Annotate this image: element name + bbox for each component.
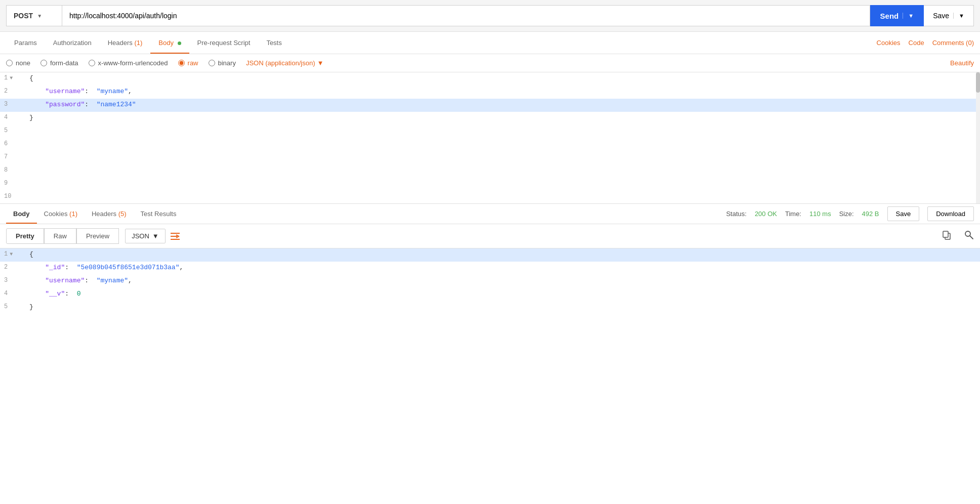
request-line-9: 9 xyxy=(0,178,980,191)
save-response-button[interactable]: Save xyxy=(887,206,920,221)
time-value: 110 ms xyxy=(809,210,831,218)
resp-line-num-2: 2 xyxy=(0,262,25,273)
tab-body[interactable]: Body xyxy=(150,32,189,54)
method-dropdown[interactable]: POST ▼ xyxy=(6,5,62,26)
send-button[interactable]: Send ▼ xyxy=(870,5,924,26)
resp-line-content-1: { xyxy=(25,248,980,260)
tab-headers[interactable]: Headers (1) xyxy=(100,32,151,54)
save-button[interactable]: Save ▼ xyxy=(924,5,974,26)
copy-icon[interactable] xyxy=(942,230,952,242)
request-line-4: 4 } xyxy=(0,112,980,125)
option-formdata[interactable]: form-data xyxy=(40,59,78,67)
resp-line-num-1: 1 ▼ xyxy=(0,248,25,260)
svg-line-6 xyxy=(970,236,973,239)
option-binary[interactable]: binary xyxy=(209,59,236,67)
option-raw[interactable]: raw xyxy=(178,59,198,67)
line-num-5: 5 xyxy=(0,125,25,136)
line-num-10: 10 xyxy=(0,191,25,202)
line-content-3: "password": "name1234" xyxy=(25,99,980,110)
response-tabs: Body Cookies (1) Headers (5) Test Result… xyxy=(0,204,980,224)
save-label: Save xyxy=(933,12,949,20)
view-pretty-btn[interactable]: Pretty xyxy=(6,228,44,244)
url-bar: POST ▼ Send ▼ Save ▼ xyxy=(0,0,980,32)
option-none[interactable]: none xyxy=(6,59,30,67)
resp-line-content-5: } xyxy=(25,301,980,313)
send-label: Send xyxy=(880,12,899,20)
request-line-6: 6 xyxy=(0,138,980,151)
line-num-3: 3 xyxy=(0,99,25,110)
format-chevron-icon: ▼ xyxy=(317,59,323,67)
save-chevron-icon: ▼ xyxy=(953,13,964,19)
request-line-1: 1 ▼ { xyxy=(0,72,980,86)
response-tab-headers[interactable]: Headers (5) xyxy=(85,204,134,224)
body-active-dot xyxy=(178,41,181,45)
json-format-select[interactable]: JSON (application/json) ▼ xyxy=(246,59,323,67)
line-num-4: 4 xyxy=(0,112,25,123)
wrap-lines-button[interactable] xyxy=(170,231,181,242)
url-input[interactable] xyxy=(62,5,870,26)
line-content-2: "username": "myname", xyxy=(25,86,980,97)
view-raw-btn[interactable]: Raw xyxy=(44,228,76,244)
response-line-5: 5 } xyxy=(0,301,980,314)
line-num-1: 1 ▼ xyxy=(0,72,25,83)
tab-tests[interactable]: Tests xyxy=(258,32,290,54)
option-urlencoded[interactable]: x-www-form-urlencoded xyxy=(89,59,168,67)
download-button[interactable]: Download xyxy=(927,206,974,221)
svg-rect-4 xyxy=(943,231,948,237)
right-links: Cookies Code Comments (0) xyxy=(877,39,974,47)
search-icon[interactable] xyxy=(964,230,974,242)
headers-badge: (1) xyxy=(134,39,142,47)
view-preview-btn[interactable]: Preview xyxy=(76,228,119,244)
response-format-select[interactable]: JSON ▼ xyxy=(125,229,166,243)
response-line-1: 1 ▼ { xyxy=(0,248,980,262)
response-line-2: 2 "_id": "5e089b045f8651e3d071b3aa", xyxy=(0,262,980,275)
time-label: Time: xyxy=(785,210,801,218)
response-meta: Status: 200 OK Time: 110 ms Size: 492 B … xyxy=(726,206,974,221)
resp-line-content-2: "_id": "5e089b045f8651e3d071b3aa", xyxy=(25,262,980,273)
response-line-3: 3 "username": "myname", xyxy=(0,275,980,288)
response-tab-testresults[interactable]: Test Results xyxy=(134,204,184,224)
response-line-4: 4 "__v": 0 xyxy=(0,288,980,301)
line-num-6: 6 xyxy=(0,138,25,149)
size-value: 492 B xyxy=(862,210,879,218)
tab-params[interactable]: Params xyxy=(6,32,45,54)
request-line-10: 10 xyxy=(0,191,980,204)
line-num-9: 9 xyxy=(0,178,25,189)
beautify-button[interactable]: Beautify xyxy=(950,59,974,67)
request-line-3: 3 "password": "name1234" xyxy=(0,99,980,112)
line-num-8: 8 xyxy=(0,164,25,176)
cookies-link[interactable]: Cookies xyxy=(877,39,901,47)
request-tabs: Params Authorization Headers (1) Body Pr… xyxy=(0,32,980,54)
resp-fold-btn-1[interactable]: ▼ xyxy=(10,251,13,257)
line-content-4: } xyxy=(25,112,980,123)
request-line-5: 5 xyxy=(0,125,980,138)
resp-line-num-3: 3 xyxy=(0,275,25,286)
status-label: Status: xyxy=(726,210,746,218)
request-line-7: 7 xyxy=(0,151,980,164)
resp-line-num-5: 5 xyxy=(0,301,25,312)
line-num-2: 2 xyxy=(0,86,25,97)
response-tab-cookies[interactable]: Cookies (1) xyxy=(37,204,85,224)
response-editor[interactable]: 1 ▼ { 2 "_id": "5e089b045f8651e3d071b3aa… xyxy=(0,248,980,350)
status-value: 200 OK xyxy=(755,210,777,218)
response-view-options: Pretty Raw Preview JSON ▼ xyxy=(0,224,980,248)
code-link[interactable]: Code xyxy=(909,39,924,47)
request-line-2: 2 "username": "myname", xyxy=(0,86,980,99)
response-format-chevron: ▼ xyxy=(152,232,159,240)
line-content-1: { xyxy=(25,72,980,84)
comments-link[interactable]: Comments (0) xyxy=(932,39,974,47)
response-tab-body[interactable]: Body xyxy=(6,204,37,224)
send-chevron-icon: ▼ xyxy=(903,13,914,19)
line-num-7: 7 xyxy=(0,151,25,162)
method-chevron-icon: ▼ xyxy=(37,13,42,19)
resp-line-content-4: "__v": 0 xyxy=(25,288,980,300)
fold-btn-1[interactable]: ▼ xyxy=(10,75,13,81)
size-label: Size: xyxy=(839,210,854,218)
resp-line-content-3: "username": "myname", xyxy=(25,275,980,286)
tab-authorization[interactable]: Authorization xyxy=(45,32,100,54)
tab-prerequest[interactable]: Pre-request Script xyxy=(189,32,259,54)
request-line-8: 8 xyxy=(0,164,980,178)
request-editor[interactable]: 1 ▼ { 2 "username": "myname", 3 "passwor… xyxy=(0,72,980,204)
resp-line-num-4: 4 xyxy=(0,288,25,299)
body-options: none form-data x-www-form-urlencoded raw… xyxy=(0,54,980,72)
